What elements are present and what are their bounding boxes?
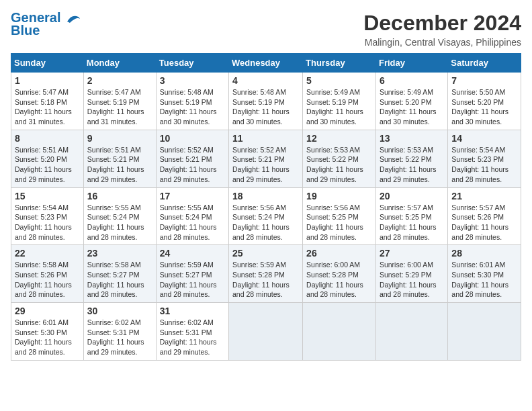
day-number: 15 [15,191,80,201]
day-number: 5 [306,75,372,86]
day-number: 12 [306,133,372,144]
day-info: Sunrise: 5:49 AM Sunset: 5:19 PM Dayligh… [306,87,372,127]
day-info: Sunrise: 5:54 AM Sunset: 5:23 PM Dayligh… [451,145,517,185]
calendar-cell: 8Sunrise: 5:51 AM Sunset: 5:20 PM Daylig… [11,130,84,187]
day-number: 31 [160,306,225,316]
calendar-header-row: SundayMondayTuesdayWednesdayThursdayFrid… [11,54,521,73]
day-info: Sunrise: 5:50 AM Sunset: 5:20 PM Dayligh… [451,87,517,127]
day-number: 14 [451,133,517,144]
day-number: 7 [451,75,517,86]
day-info: Sunrise: 5:47 AM Sunset: 5:18 PM Dayligh… [15,87,80,127]
calendar-cell: 22Sunrise: 5:58 AM Sunset: 5:26 PM Dayli… [11,245,84,303]
day-number: 28 [451,248,517,259]
logo: General Blue [11,11,81,38]
calendar-cell: 10Sunrise: 5:52 AM Sunset: 5:21 PM Dayli… [156,130,228,187]
day-number: 24 [160,248,225,259]
day-info: Sunrise: 5:52 AM Sunset: 5:21 PM Dayligh… [232,145,299,185]
calendar-cell: 12Sunrise: 5:53 AM Sunset: 5:22 PM Dayli… [303,130,376,187]
calendar-week-row: 8Sunrise: 5:51 AM Sunset: 5:20 PM Daylig… [11,130,521,187]
day-number: 4 [232,75,299,86]
weekday-header-wednesday: Wednesday [229,54,303,73]
day-info: Sunrise: 5:56 AM Sunset: 5:24 PM Dayligh… [232,203,299,242]
weekday-header-friday: Friday [375,54,447,73]
calendar-cell: 5Sunrise: 5:49 AM Sunset: 5:19 PM Daylig… [303,73,376,130]
month-title: December 2024 [363,11,521,36]
calendar-cell: 4Sunrise: 5:48 AM Sunset: 5:19 PM Daylig… [229,73,303,130]
day-info: Sunrise: 5:48 AM Sunset: 5:19 PM Dayligh… [232,87,299,127]
day-number: 17 [160,191,225,201]
day-number: 29 [15,306,80,316]
day-number: 27 [380,248,444,259]
calendar-cell [448,303,521,361]
logo-bird-icon [66,13,81,24]
day-number: 3 [160,75,225,86]
calendar-cell [303,303,376,361]
calendar-cell: 14Sunrise: 5:54 AM Sunset: 5:23 PM Dayli… [448,130,521,187]
day-number: 8 [15,133,80,144]
day-number: 11 [232,133,299,144]
day-info: Sunrise: 5:54 AM Sunset: 5:23 PM Dayligh… [15,203,80,242]
calendar-cell: 17Sunrise: 5:55 AM Sunset: 5:24 PM Dayli… [156,187,228,245]
calendar-cell: 15Sunrise: 5:54 AM Sunset: 5:23 PM Dayli… [11,187,84,245]
calendar-cell: 1Sunrise: 5:47 AM Sunset: 5:18 PM Daylig… [11,73,84,130]
day-info: Sunrise: 5:47 AM Sunset: 5:19 PM Dayligh… [87,87,152,127]
day-info: Sunrise: 5:59 AM Sunset: 5:27 PM Dayligh… [160,260,225,300]
day-info: Sunrise: 5:52 AM Sunset: 5:21 PM Dayligh… [160,145,225,185]
location-title: Malingin, Central Visayas, Philippines [363,37,521,48]
day-info: Sunrise: 6:01 AM Sunset: 5:30 PM Dayligh… [451,260,517,300]
day-number: 25 [232,248,299,259]
day-number: 22 [15,248,80,259]
day-info: Sunrise: 5:55 AM Sunset: 5:24 PM Dayligh… [160,203,225,242]
calendar-cell: 25Sunrise: 5:59 AM Sunset: 5:28 PM Dayli… [229,245,303,303]
day-info: Sunrise: 5:59 AM Sunset: 5:28 PM Dayligh… [232,260,299,300]
day-number: 18 [232,191,299,201]
day-number: 10 [160,133,225,144]
day-number: 23 [87,248,152,259]
calendar-week-row: 29Sunrise: 6:01 AM Sunset: 5:30 PM Dayli… [11,303,521,361]
day-number: 20 [380,191,444,201]
calendar-cell: 9Sunrise: 5:51 AM Sunset: 5:21 PM Daylig… [83,130,156,187]
weekday-header-monday: Monday [83,54,156,73]
day-info: Sunrise: 6:02 AM Sunset: 5:31 PM Dayligh… [160,318,225,357]
day-number: 2 [87,75,152,86]
day-info: Sunrise: 5:56 AM Sunset: 5:25 PM Dayligh… [306,203,372,242]
day-info: Sunrise: 5:58 AM Sunset: 5:26 PM Dayligh… [15,260,80,300]
calendar-cell: 24Sunrise: 5:59 AM Sunset: 5:27 PM Dayli… [156,245,228,303]
calendar-cell: 18Sunrise: 5:56 AM Sunset: 5:24 PM Dayli… [229,187,303,245]
calendar-cell: 20Sunrise: 5:57 AM Sunset: 5:25 PM Dayli… [375,187,447,245]
day-number: 30 [87,306,152,316]
day-info: Sunrise: 5:48 AM Sunset: 5:19 PM Dayligh… [160,87,225,127]
weekday-header-saturday: Saturday [448,54,521,73]
calendar-cell: 28Sunrise: 6:01 AM Sunset: 5:30 PM Dayli… [448,245,521,303]
day-info: Sunrise: 5:53 AM Sunset: 5:22 PM Dayligh… [380,145,444,185]
day-number: 6 [380,75,444,86]
calendar-table: SundayMondayTuesdayWednesdayThursdayFrid… [11,53,521,361]
calendar-week-row: 1Sunrise: 5:47 AM Sunset: 5:18 PM Daylig… [11,73,521,130]
weekday-header-tuesday: Tuesday [156,54,228,73]
calendar-cell: 11Sunrise: 5:52 AM Sunset: 5:21 PM Dayli… [229,130,303,187]
calendar-cell: 30Sunrise: 6:02 AM Sunset: 5:31 PM Dayli… [83,303,156,361]
calendar-cell: 23Sunrise: 5:58 AM Sunset: 5:27 PM Dayli… [83,245,156,303]
header: General Blue December 2024 Malingin, Cen… [11,11,521,48]
calendar-cell: 29Sunrise: 6:01 AM Sunset: 5:30 PM Dayli… [11,303,84,361]
logo-blue: Blue [11,23,40,38]
calendar-week-row: 22Sunrise: 5:58 AM Sunset: 5:26 PM Dayli… [11,245,521,303]
title-area: December 2024 Malingin, Central Visayas,… [363,11,521,48]
calendar-cell: 6Sunrise: 5:49 AM Sunset: 5:20 PM Daylig… [375,73,447,130]
day-info: Sunrise: 6:00 AM Sunset: 5:28 PM Dayligh… [306,260,372,300]
day-info: Sunrise: 6:01 AM Sunset: 5:30 PM Dayligh… [15,318,80,357]
day-number: 16 [87,191,152,201]
day-info: Sunrise: 5:57 AM Sunset: 5:26 PM Dayligh… [451,203,517,242]
day-number: 1 [15,75,80,86]
day-info: Sunrise: 5:55 AM Sunset: 5:24 PM Dayligh… [87,203,152,242]
day-info: Sunrise: 5:51 AM Sunset: 5:20 PM Dayligh… [15,145,80,185]
calendar-cell [375,303,447,361]
day-info: Sunrise: 5:58 AM Sunset: 5:27 PM Dayligh… [87,260,152,300]
calendar-cell: 3Sunrise: 5:48 AM Sunset: 5:19 PM Daylig… [156,73,228,130]
day-number: 19 [306,191,372,201]
calendar-cell: 27Sunrise: 6:00 AM Sunset: 5:29 PM Dayli… [375,245,447,303]
day-info: Sunrise: 6:02 AM Sunset: 5:31 PM Dayligh… [87,318,152,357]
day-number: 21 [451,191,517,201]
weekday-header-thursday: Thursday [303,54,376,73]
day-number: 9 [87,133,152,144]
